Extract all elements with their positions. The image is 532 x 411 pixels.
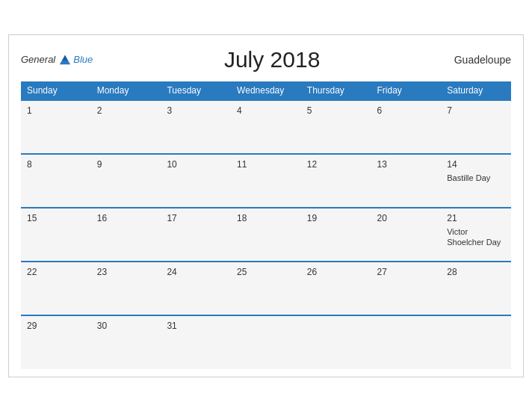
calendar: General Blue July 2018 Guadeloupe Sunday… xyxy=(8,34,524,377)
calendar-grid: Sunday Monday Tuesday Wednesday Thursday… xyxy=(21,81,511,369)
day-number: 12 xyxy=(307,159,365,170)
day-number: 22 xyxy=(27,267,85,277)
calendar-cell xyxy=(441,315,511,369)
day-number: 28 xyxy=(447,267,505,277)
week-row-4: 22232425262728 xyxy=(21,262,511,315)
calendar-cell: 20 xyxy=(371,208,442,262)
day-number: 6 xyxy=(377,105,436,116)
event-text: Victor Shoelcher Day xyxy=(447,227,501,247)
week-row-5: 293031 xyxy=(21,315,511,369)
logo-blue: Blue xyxy=(73,54,93,65)
header-wednesday: Wednesday xyxy=(231,81,301,100)
day-number: 29 xyxy=(27,321,85,331)
calendar-cell: 7 xyxy=(441,100,511,154)
calendar-cell xyxy=(371,315,442,369)
day-number: 30 xyxy=(97,321,155,331)
calendar-cell: 10 xyxy=(161,154,231,208)
day-number: 19 xyxy=(307,213,365,223)
day-number: 5 xyxy=(307,105,365,116)
calendar-cell: 18 xyxy=(231,208,301,262)
day-number: 14 xyxy=(447,159,505,170)
event-text: Bastille Day xyxy=(447,173,490,182)
calendar-cell: 25 xyxy=(231,262,301,315)
calendar-cell: 17 xyxy=(161,208,231,262)
day-number: 15 xyxy=(27,213,85,223)
weekday-header-row: Sunday Monday Tuesday Wednesday Thursday… xyxy=(21,81,511,100)
day-number: 3 xyxy=(167,105,225,116)
day-number: 8 xyxy=(27,159,85,170)
calendar-cell: 22 xyxy=(21,262,91,315)
day-number: 2 xyxy=(97,105,155,116)
calendar-cell: 23 xyxy=(91,262,161,315)
header-tuesday: Tuesday xyxy=(161,81,231,100)
calendar-cell: 4 xyxy=(231,100,301,154)
week-row-3: 15161718192021Victor Shoelcher Day xyxy=(21,208,511,262)
calendar-cell: 19 xyxy=(301,208,371,262)
calendar-cell: 8 xyxy=(21,154,91,208)
day-number: 20 xyxy=(377,213,436,223)
week-row-2: 891011121314Bastille Day xyxy=(21,154,511,208)
header-sunday: Sunday xyxy=(21,81,91,100)
day-number: 31 xyxy=(167,321,225,331)
day-number: 27 xyxy=(377,267,436,277)
day-number: 26 xyxy=(307,267,365,277)
calendar-cell: 13 xyxy=(371,154,442,208)
calendar-region: Guadeloupe xyxy=(451,54,511,66)
calendar-cell: 1 xyxy=(21,100,91,154)
calendar-cell: 31 xyxy=(161,315,231,369)
day-number: 4 xyxy=(237,105,295,116)
calendar-cell: 9 xyxy=(91,154,161,208)
calendar-cell: 24 xyxy=(161,262,231,315)
calendar-cell: 28 xyxy=(441,262,511,315)
day-number: 25 xyxy=(237,267,295,277)
day-number: 21 xyxy=(447,213,505,223)
calendar-cell: 16 xyxy=(91,208,161,262)
day-number: 7 xyxy=(447,105,505,116)
calendar-cell: 29 xyxy=(21,315,91,369)
calendar-title: July 2018 xyxy=(93,47,451,72)
logo: General Blue xyxy=(21,53,93,67)
day-number: 9 xyxy=(97,159,155,170)
day-number: 23 xyxy=(97,267,155,277)
header-monday: Monday xyxy=(91,81,161,100)
header-friday: Friday xyxy=(371,81,442,100)
logo-icon xyxy=(58,53,72,67)
calendar-cell xyxy=(231,315,301,369)
day-number: 13 xyxy=(377,159,436,170)
calendar-cell: 6 xyxy=(371,100,442,154)
calendar-cell: 5 xyxy=(301,100,371,154)
svg-marker-1 xyxy=(63,55,68,60)
calendar-cell: 21Victor Shoelcher Day xyxy=(441,208,511,262)
calendar-cell: 11 xyxy=(231,154,301,208)
day-number: 1 xyxy=(27,105,85,116)
calendar-cell: 15 xyxy=(21,208,91,262)
calendar-cell: 26 xyxy=(301,262,371,315)
calendar-cell: 27 xyxy=(371,262,442,315)
day-number: 18 xyxy=(237,213,295,223)
calendar-cell xyxy=(301,315,371,369)
logo-general: General xyxy=(21,54,55,65)
calendar-cell: 12 xyxy=(301,154,371,208)
day-number: 11 xyxy=(237,159,295,170)
header-saturday: Saturday xyxy=(441,81,511,100)
calendar-cell: 30 xyxy=(91,315,161,369)
calendar-cell: 14Bastille Day xyxy=(441,154,511,208)
calendar-header: General Blue July 2018 Guadeloupe xyxy=(21,47,511,72)
calendar-cell: 3 xyxy=(161,100,231,154)
header-thursday: Thursday xyxy=(301,81,371,100)
day-number: 24 xyxy=(167,267,225,277)
calendar-cell: 2 xyxy=(91,100,161,154)
day-number: 17 xyxy=(167,213,225,223)
week-row-1: 1234567 xyxy=(21,100,511,154)
day-number: 16 xyxy=(97,213,155,223)
day-number: 10 xyxy=(167,159,225,170)
